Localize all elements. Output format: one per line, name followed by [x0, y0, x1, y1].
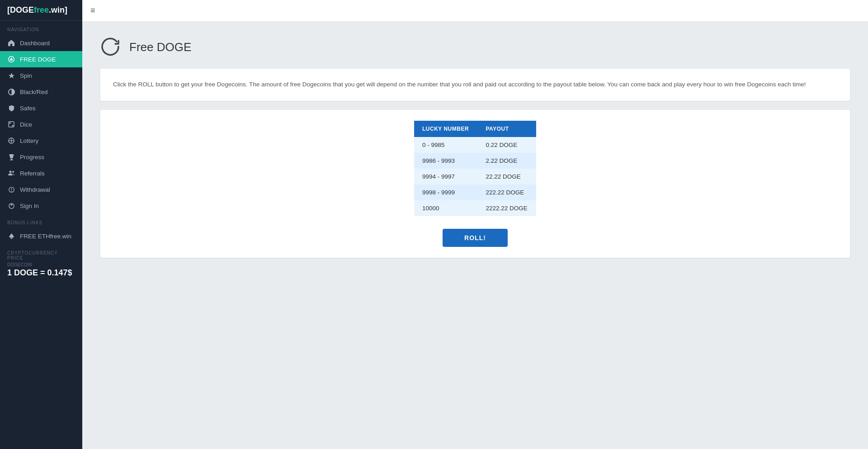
sign-in-icon	[7, 202, 15, 210]
dice-icon	[7, 120, 15, 128]
sidebar-item-withdrawal[interactable]: Withdrawal	[0, 181, 82, 198]
table-card: LUCKY NUMBER PAYOUT 0 - 99850.22 DOGE998…	[100, 110, 850, 258]
svg-point-2	[9, 123, 10, 123]
payout-table: LUCKY NUMBER PAYOUT 0 - 99850.22 DOGE998…	[414, 121, 536, 216]
table-row: 0 - 99850.22 DOGE	[414, 137, 536, 153]
svg-rect-10	[9, 160, 13, 160]
sidebar-label-safes: Safes	[20, 105, 36, 112]
main-content: Free DOGE Click the ROLL button to get y…	[82, 22, 868, 449]
sidebar-label-spin: Spin	[20, 72, 32, 79]
sidebar-label-progress: Progress	[20, 154, 44, 161]
star-icon	[7, 71, 15, 80]
description-text: Click the ROLL button to get your free D…	[113, 80, 837, 90]
table-wrapper: LUCKY NUMBER PAYOUT 0 - 99850.22 DOGE998…	[113, 121, 837, 247]
trophy-icon	[7, 153, 15, 161]
table-row: 9986 - 99932.22 DOGE	[414, 153, 536, 169]
hamburger-button[interactable]: ≡	[90, 6, 95, 15]
doge-price: 1 DOGE = 0.147$	[7, 268, 75, 278]
crypto-section: CRYPTOCURRENCY PRICE DOGECOIN 1 DOGE = 0…	[0, 244, 82, 280]
sidebar-label-free-doge: FREE DOGE	[20, 56, 56, 63]
sidebar-label-free-eth: FREE ETHfree.win	[20, 233, 71, 240]
col-payout: PAYOUT	[477, 121, 536, 137]
payout-cell: 222.22 DOGE	[477, 184, 536, 200]
sidebar-item-lottery[interactable]: Lottery	[0, 132, 82, 149]
logo-doge: DOGE	[10, 5, 34, 14]
sidebar-label-referrals: Referrals	[20, 170, 45, 177]
page-header-icon	[100, 36, 122, 58]
col-lucky-number: LUCKY NUMBER	[414, 121, 477, 137]
svg-point-12	[12, 171, 14, 173]
payout-cell: 2.22 DOGE	[477, 153, 536, 169]
withdrawal-icon	[7, 185, 15, 194]
shield-icon	[7, 104, 15, 112]
lucky-number-cell: 9994 - 9997	[414, 169, 477, 184]
free-doge-icon	[7, 55, 15, 63]
svg-point-3	[12, 125, 13, 126]
sidebar-item-sign-in[interactable]: Sign In	[0, 198, 82, 214]
lottery-icon	[7, 137, 15, 145]
table-row: 9994 - 999722.22 DOGE	[414, 169, 536, 184]
sidebar-item-spin[interactable]: Spin	[0, 67, 82, 84]
logo-dot-win: .win	[49, 5, 65, 14]
sidebar-item-free-doge[interactable]: FREE DOGE	[0, 51, 82, 67]
people-icon	[7, 169, 15, 177]
payout-cell: 22.22 DOGE	[477, 169, 536, 184]
page-header: Free DOGE	[100, 36, 850, 58]
sidebar-item-dashboard[interactable]: Dashboard	[0, 35, 82, 51]
sidebar-label-sign-in: Sign In	[20, 203, 39, 209]
bonus-links-label: BONUS LINKS	[0, 214, 82, 228]
lucky-number-cell: 9998 - 9999	[414, 184, 477, 200]
circle-half-icon	[7, 88, 15, 96]
table-row: 100002222.22 DOGE	[414, 200, 536, 216]
sidebar-item-safes[interactable]: Safes	[0, 100, 82, 116]
svg-point-5	[10, 140, 12, 142]
sidebar-item-dice[interactable]: Dice	[0, 116, 82, 132]
main-wrapper: ≡ Free DOGE Click the ROLL button to get…	[82, 0, 868, 449]
eth-icon	[7, 232, 15, 240]
lucky-number-cell: 0 - 9985	[414, 137, 477, 153]
sidebar: [DOGEfree.win] NAVIGATION Dashboard FREE…	[0, 0, 82, 449]
home-icon	[7, 39, 15, 47]
sidebar-label-dashboard: Dashboard	[20, 40, 50, 47]
sidebar-label-dice: Dice	[20, 121, 32, 128]
logo-free: free	[34, 5, 49, 14]
sidebar-item-black-red[interactable]: Black/Red	[0, 84, 82, 100]
dogecoin-label: DOGECOIN	[7, 262, 75, 267]
svg-point-11	[9, 171, 12, 173]
sidebar-label-lottery: Lottery	[20, 137, 38, 144]
table-row: 9998 - 9999222.22 DOGE	[414, 184, 536, 200]
payout-cell: 2222.22 DOGE	[477, 200, 536, 216]
topbar: ≡	[82, 0, 868, 22]
lucky-number-cell: 10000	[414, 200, 477, 216]
sidebar-logo: [DOGEfree.win]	[0, 0, 82, 21]
crypto-price-label: CRYPTOCURRENCY PRICE	[7, 250, 75, 260]
nav-section-label: NAVIGATION	[0, 21, 82, 35]
logo-bracket-close: ]	[65, 5, 67, 14]
sidebar-label-black-red: Black/Red	[20, 89, 48, 95]
description-card: Click the ROLL button to get your free D…	[100, 69, 850, 101]
roll-button[interactable]: ROLL!	[443, 229, 508, 247]
sidebar-item-free-eth[interactable]: FREE ETHfree.win	[0, 228, 82, 244]
page-title: Free DOGE	[129, 40, 191, 54]
sidebar-label-withdrawal: Withdrawal	[20, 186, 50, 193]
sidebar-item-progress[interactable]: Progress	[0, 149, 82, 165]
sidebar-item-referrals[interactable]: Referrals	[0, 165, 82, 181]
payout-cell: 0.22 DOGE	[477, 137, 536, 153]
lucky-number-cell: 9986 - 9993	[414, 153, 477, 169]
